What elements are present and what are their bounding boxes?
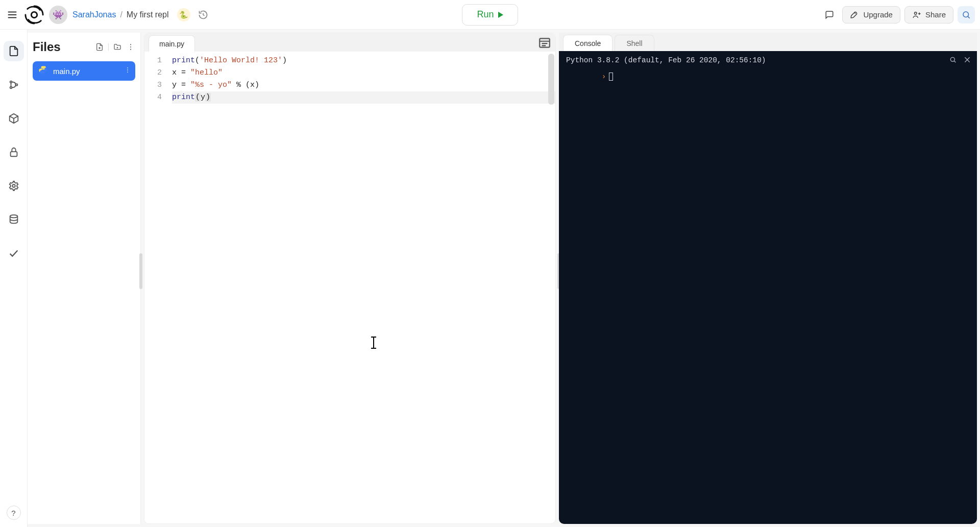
rail-packages[interactable]: [4, 108, 24, 129]
console-search-button[interactable]: [948, 55, 958, 64]
new-folder-button[interactable]: [113, 42, 122, 52]
rail-tests[interactable]: [4, 243, 24, 264]
svg-point-3: [31, 12, 37, 17]
sidebar-more-button[interactable]: [126, 42, 135, 52]
avatar-emoji: 👾: [53, 9, 64, 20]
file-name: main.py: [53, 67, 80, 76]
code-line[interactable]: x = "hello": [172, 67, 555, 79]
svg-point-22: [130, 46, 131, 47]
console-tab-console[interactable]: Console: [563, 35, 612, 51]
console-panel: ConsoleShell Python 3.8.2 (default, Feb …: [559, 33, 977, 524]
svg-point-9: [963, 12, 969, 17]
rail-settings[interactable]: [4, 176, 24, 196]
rail-secrets[interactable]: [4, 142, 24, 162]
menu-button[interactable]: [5, 8, 19, 22]
workspace: ? Files: [0, 30, 980, 527]
console-prompt-line: ›: [566, 64, 970, 89]
console-header-line: Python 3.8.2 (default, Feb 26 2020, 02:5…: [566, 56, 970, 64]
editor-tabs: main.py: [144, 33, 555, 52]
file-more-button[interactable]: [124, 66, 131, 76]
svg-point-26: [127, 71, 128, 73]
svg-point-12: [10, 87, 12, 89]
breadcrumb-user[interactable]: SarahJonas: [72, 10, 116, 19]
share-label: Share: [925, 10, 946, 19]
help-button[interactable]: ?: [7, 506, 21, 520]
help-label: ?: [11, 509, 15, 517]
console-tab-shell[interactable]: Shell: [615, 35, 654, 51]
rail-version-control[interactable]: [4, 75, 24, 95]
upgrade-button[interactable]: Upgrade: [842, 6, 900, 23]
language-badge[interactable]: 🐍: [177, 8, 190, 21]
file-item-main[interactable]: main.py: [33, 61, 135, 81]
rocket-icon: [850, 10, 859, 19]
tool-rail: ?: [0, 30, 28, 527]
share-button[interactable]: Share: [904, 6, 953, 23]
svg-point-16: [10, 215, 17, 218]
editor-layout-button[interactable]: [538, 36, 551, 50]
svg-point-31: [950, 57, 954, 61]
avatar[interactable]: 👾: [49, 6, 67, 24]
person-add-icon: [912, 10, 921, 19]
svg-point-25: [127, 69, 128, 70]
history-button[interactable]: [195, 7, 211, 22]
sidebar-title: Files: [33, 40, 90, 54]
python-file-icon: [38, 65, 48, 77]
svg-point-24: [127, 67, 128, 68]
feedback-button[interactable]: [821, 6, 838, 23]
sidebar-actions: [95, 42, 135, 52]
code-area[interactable]: print('Hello World! 123')x = "hello"y = …: [168, 52, 555, 523]
editor-scrollbar[interactable]: [548, 54, 554, 105]
line-gutter: 1234: [144, 52, 168, 523]
topbar: 👾 SarahJonas / My first repl 🐍 Run Upgra…: [0, 0, 980, 30]
svg-point-6: [914, 12, 917, 14]
rail-files[interactable]: [4, 41, 24, 61]
svg-line-10: [968, 16, 969, 18]
breadcrumb-project[interactable]: My first repl: [127, 10, 169, 19]
svg-point-15: [12, 184, 15, 187]
python-icon: 🐍: [179, 11, 188, 19]
run-button[interactable]: Run: [462, 4, 518, 26]
run-label: Run: [477, 9, 494, 20]
svg-line-5: [203, 15, 205, 16]
console-clear-button[interactable]: [963, 55, 972, 64]
editor-panel: main.py 1234 print('Hello World! 123')x …: [144, 33, 556, 524]
svg-point-11: [10, 81, 12, 83]
prompt-icon: ›: [602, 73, 606, 81]
console-cursor: [609, 73, 613, 81]
code-line[interactable]: print('Hello World! 123'): [172, 55, 555, 67]
console-tabs: ConsoleShell: [559, 33, 977, 51]
code-line[interactable]: y = "%s - yo" % (x): [172, 79, 555, 91]
rail-database[interactable]: [4, 209, 24, 230]
console-body[interactable]: Python 3.8.2 (default, Feb 26 2020, 02:5…: [559, 51, 977, 524]
svg-point-21: [130, 44, 131, 45]
files-sidebar: Files main.py: [28, 33, 141, 524]
new-file-button[interactable]: [95, 42, 104, 52]
logo-icon[interactable]: [24, 5, 44, 25]
svg-rect-14: [10, 152, 17, 156]
divider: [108, 43, 109, 51]
svg-point-23: [130, 49, 131, 50]
code-editor[interactable]: 1234 print('Hello World! 123')x = "hello…: [144, 52, 555, 523]
svg-line-32: [954, 61, 955, 62]
upgrade-label: Upgrade: [863, 10, 893, 19]
editor-tab-main[interactable]: main.py: [149, 35, 195, 52]
code-line[interactable]: print(y): [172, 91, 555, 104]
breadcrumb-separator: /: [120, 10, 122, 19]
play-icon: [498, 12, 503, 18]
editor-tab-label: main.py: [159, 40, 184, 48]
breadcrumb: SarahJonas / My first repl: [72, 10, 169, 19]
search-button[interactable]: [958, 6, 975, 23]
